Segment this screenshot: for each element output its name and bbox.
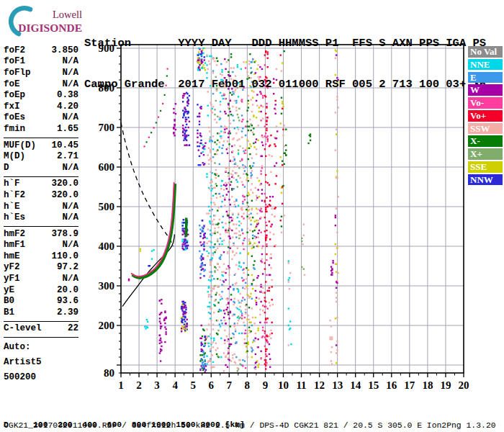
param-group: h`F320.0h`F2320.0h`EN/Ah`EsN/A [4,176,78,225]
param-label: D [4,163,9,173]
param-value: 0.38 [57,90,78,100]
param-row: hmE110.0 [4,251,78,262]
param-value: N/A [62,212,78,222]
param-value: 110.0 [51,251,78,261]
param-row: B12.39 [4,307,78,318]
legend-item-x-: X- [468,135,503,147]
param-label: yF1 [4,274,20,284]
param-label: foEs [4,112,25,122]
param-label: yF2 [4,262,20,272]
param-label: yE [4,285,14,295]
legend-item-vo+: Vo+ [468,110,503,122]
param-row: h`F2320.0 [4,189,78,201]
param-value: 10.45 [51,140,78,150]
param-group: foF23.850foF1N/AfoFlpN/AfoEN/AfoEp0.38fx… [4,43,78,136]
echo-direction-legend: No ValNNEEWVo-Vo+SSWX-X+SSENNW [468,46,503,187]
param-label: h`F2 [4,190,25,200]
x-tick-label: 18 [422,379,433,391]
legend-item-vo-: Vo- [468,97,503,109]
param-row: Auto: [4,339,78,354]
param-value: 93.6 [57,296,78,306]
param-label: fxI [4,102,20,112]
param-label: hmE [4,251,20,261]
f-trace-ordinary [132,184,176,278]
param-value: N/A [62,79,78,89]
param-value: 2.39 [57,307,78,318]
param-label: foFlp [4,68,31,78]
param-label: foF1 [4,56,25,66]
x-tick-label: 13 [332,379,343,391]
param-row: DN/A [4,162,78,174]
param-row: MUF(D)10.45 [4,140,78,151]
param-row: fmin1.65 [4,123,78,135]
param-row: h`F320.0 [4,179,78,190]
x-tick-label: 19 [440,379,451,391]
y-tick-label: 600 [99,161,115,173]
param-row: fxI4.20 [4,101,78,112]
param-value: 320.0 [51,179,78,189]
param-row: foEp0.38 [4,89,78,101]
x-tick-label: 7 [227,379,233,391]
param-label: hmF2 [4,229,25,239]
param-value: N/A [62,56,78,66]
status-line: CGK21_2017032011000.RSF / 384fx512h 50 k… [4,421,496,430]
logo-bottom-text: DIGISONDE [18,22,82,34]
x-tick-label: 20 [459,379,469,391]
legend-item-w: W [468,84,503,96]
param-row: hmF1N/A [4,240,78,251]
x-tick-label: 1 [118,379,124,391]
legend-item-e: E [468,72,503,84]
param-row: foEsN/A [4,112,78,124]
param-value: 320.0 [51,190,78,200]
x-tick-label: 8 [245,379,251,391]
param-label: C-level [4,323,42,333]
param-label: 500200 [4,372,36,382]
param-row: foEN/A [4,78,78,90]
legend-item-ssw: SSW [468,123,503,135]
param-group: MUF(D)10.45M(D)2.71DN/A [4,138,78,175]
y-tick-label: 400 [99,240,115,252]
x-tick-label: 2 [136,379,142,391]
param-label: foEp [4,90,25,100]
y-tick-label: 200 [99,320,115,331]
x-tick-label: 10 [278,379,289,391]
param-row: hmF2378.9 [4,228,78,240]
lowell-digisonde-logo: Lowell DIGISONDE [4,4,85,39]
param-label: Auto: [4,342,31,352]
param-value: 3.850 [51,45,78,55]
x-tick-label: 9 [263,379,269,391]
x-tick-label: 14 [350,379,361,391]
param-row: h`EN/A [4,201,78,212]
param-value: 4.20 [57,102,78,112]
param-row: 500200 [4,369,78,384]
param-row: foF1N/A [4,56,78,68]
param-group: C-level22 [4,321,78,336]
x-tick-label: 4 [172,379,178,391]
param-group: hmF2378.9hmF1N/AhmE110.0yF297.2yF1N/AyE2… [4,226,78,320]
param-label: hmF1 [4,240,25,250]
param-value: 1.65 [57,124,78,134]
param-row: foFlpN/A [4,67,78,78]
y-tick-label: 300 [99,280,115,292]
param-value: 378.9 [51,229,78,239]
x-tick-label: 3 [154,379,160,391]
param-row: M(D)2.71 [4,150,78,162]
param-label: B1 [4,307,14,318]
param-label: Artist5 [4,357,42,367]
param-value: 22 [68,323,78,333]
param-label: MUF(D) [4,140,36,150]
legend-item-nne: NNE [468,59,503,71]
param-label: B0 [4,296,14,306]
param-label: h`E [4,202,20,212]
param-row: C-level22 [4,323,78,335]
param-value: N/A [62,163,78,173]
param-row: Artist5 [4,354,78,369]
logo-top-text: Lowell [53,9,82,20]
param-row: yE20.0 [4,284,78,296]
param-value: N/A [62,68,78,78]
station-header: Station YYYY DAY DDD HHMMSS P1 FFS S AXN… [84,9,486,119]
header-field-values: Campo Grande 2017 Feb01 032 011000 RSF 0… [84,78,486,91]
param-label: foE [4,79,20,89]
f-trace-overlay [131,182,174,276]
x-tick-label: 5 [190,379,196,391]
